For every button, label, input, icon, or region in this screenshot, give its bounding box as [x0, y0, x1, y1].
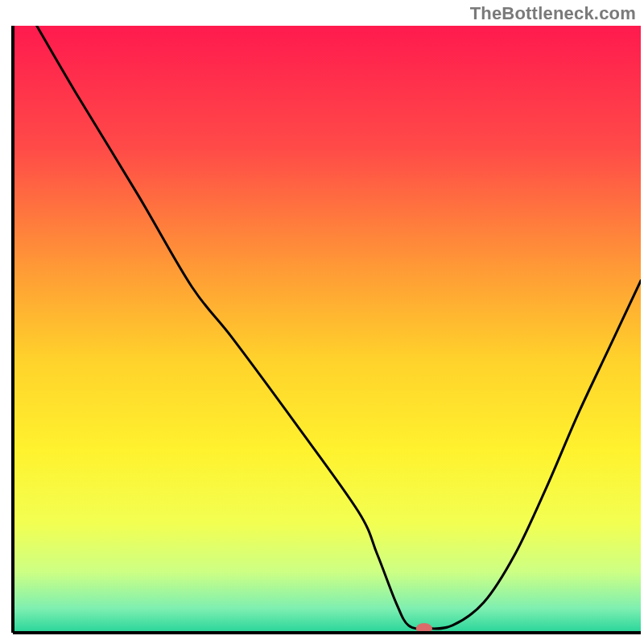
bottleneck-chart [0, 0, 644, 644]
chart-stage: TheBottleneck.com [0, 0, 644, 644]
plot-background [13, 26, 641, 633]
watermark-text: TheBottleneck.com [470, 3, 636, 24]
